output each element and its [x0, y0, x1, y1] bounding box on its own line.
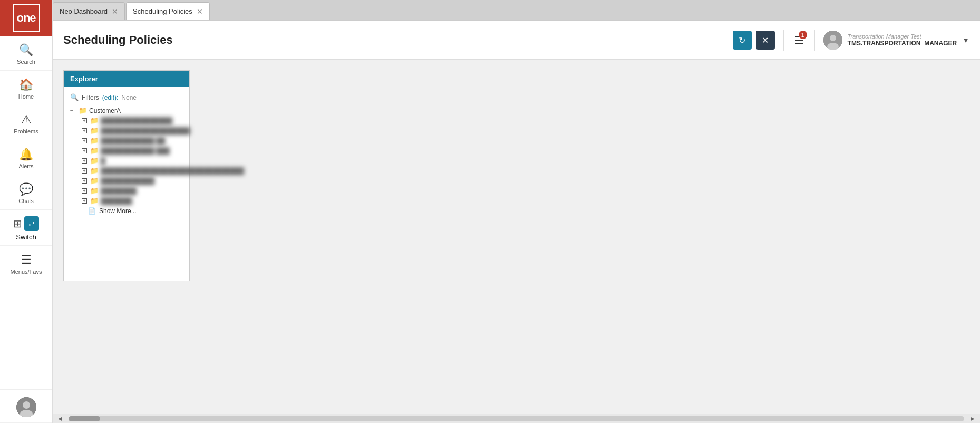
filter-row: 🔍 Filters (edit): None	[66, 91, 187, 103]
tab-close-neo-dashboard[interactable]: ✕	[112, 8, 118, 15]
sidebar-item-user-avatar-bottom[interactable]	[0, 389, 52, 423]
sidebar-item-chats[interactable]: 💬 Chats	[0, 175, 52, 210]
expand-icon-5[interactable]: +	[82, 158, 87, 164]
user-info: Transportation Manager Test TMS.TRANSPOR…	[848, 33, 957, 47]
tree-label-7: ████████████	[101, 177, 154, 185]
tab-neo-dashboard[interactable]: Neo Dashboard ✕	[53, 2, 125, 20]
content-body: Explorer 🔍 Filters (edit): None − 📁 Cust…	[53, 60, 980, 423]
user-avatar	[823, 31, 842, 50]
refresh-button[interactable]: ↻	[733, 31, 752, 50]
header-divider	[783, 30, 784, 51]
scrollbar-track[interactable]	[69, 416, 964, 421]
tree-label-5: █	[101, 157, 105, 165]
sidebar-item-label-switch: Switch	[16, 233, 36, 241]
stack-icon: ⊞	[13, 217, 22, 230]
tree-node-item-4[interactable]: + 📁 ████████████ ███	[66, 146, 187, 156]
tab-scheduling-policies[interactable]: Scheduling Policies ✕	[126, 2, 210, 20]
tree-node-item-6[interactable]: + 📁 ████████████████████████████████	[66, 166, 187, 176]
root-node-label: CustomerA	[89, 107, 121, 114]
tree-label-4: ████████████ ███	[101, 147, 170, 155]
chat-icon: 💬	[19, 182, 33, 196]
tree-node-item-5[interactable]: + 📁 █	[66, 156, 187, 166]
user-dropdown-button[interactable]: ▼	[962, 36, 969, 44]
switch-arrows-icon: ⇄	[28, 219, 35, 228]
expand-icon-7[interactable]: +	[82, 178, 87, 184]
folder-icon-7: 📁	[90, 177, 99, 185]
sidebar-item-home[interactable]: 🏠 Home	[0, 71, 52, 105]
user-avatar-icon	[16, 397, 36, 417]
home-icon: 🏠	[19, 78, 33, 92]
tree-node-item-3[interactable]: + 📁 ████████████ ██	[66, 136, 187, 146]
tree-node-item-2[interactable]: + 📁 ████████████████████	[66, 126, 187, 136]
collapse-icon[interactable]: −	[70, 108, 76, 113]
folder-icon-3: 📁	[90, 137, 99, 145]
folder-icon-9: 📁	[90, 197, 99, 205]
tree-node-item-7[interactable]: + 📁 ████████████	[66, 176, 187, 186]
tree-node-item-1[interactable]: + 📁 ████████████████	[66, 116, 187, 126]
chevron-down-icon: ▼	[962, 36, 969, 44]
sidebar-item-alerts[interactable]: 🔔 Alerts	[0, 140, 52, 175]
page-title: Scheduling Policies	[63, 33, 173, 47]
notification-badge: 1	[799, 31, 807, 39]
bell-icon: 🔔	[19, 148, 33, 161]
svg-point-4	[830, 35, 836, 41]
tab-label-neo-dashboard: Neo Dashboard	[60, 7, 108, 15]
sidebar: one 🔍 Search 🏠 Home ⚠ Problems 🔔 Alerts …	[0, 0, 53, 423]
tree-node-root[interactable]: − 📁 CustomerA	[66, 105, 187, 116]
scrollbar-thumb[interactable]	[69, 416, 100, 421]
tree-label-6: ████████████████████████████████	[101, 167, 244, 175]
filter-search-icon: 🔍	[70, 93, 79, 101]
scroll-right-arrow[interactable]: ▶	[968, 416, 977, 421]
sidebar-item-label-problems: Problems	[14, 128, 38, 134]
app-logo[interactable]: one	[0, 0, 52, 36]
scroll-left-arrow[interactable]: ◀	[56, 416, 64, 421]
sidebar-item-label-chats: Chats	[18, 198, 34, 204]
tab-bar: Neo Dashboard ✕ Scheduling Policies ✕	[53, 0, 980, 21]
horizontal-scrollbar[interactable]: ◀ ▶	[53, 414, 980, 423]
tab-close-scheduling-policies[interactable]: ✕	[197, 8, 203, 15]
svg-point-1	[23, 401, 30, 409]
show-more-link[interactable]: 📄 Show More...	[66, 206, 187, 216]
menu-button[interactable]: ☰ 1	[792, 32, 806, 49]
sidebar-item-problems[interactable]: ⚠ Problems	[0, 105, 52, 140]
logo-box: one	[13, 4, 40, 32]
expand-icon-1[interactable]: +	[82, 118, 87, 123]
tree-label-9: ███████	[101, 197, 132, 205]
sidebar-item-menus-favs[interactable]: ☰ Menus/Favs	[0, 246, 52, 280]
expand-icon-6[interactable]: +	[82, 168, 87, 174]
tree-node-item-9[interactable]: + 📁 ███████	[66, 196, 187, 206]
header-divider-2	[814, 30, 815, 51]
close-button[interactable]: ✕	[756, 31, 775, 50]
expand-icon-9[interactable]: +	[82, 198, 87, 204]
warning-icon: ⚠	[21, 113, 32, 127]
sidebar-item-label-alerts: Alerts	[18, 163, 33, 169]
filters-value: None	[121, 94, 137, 101]
hamburger-icon: ☰	[21, 253, 32, 267]
folder-icon-1: 📁	[90, 117, 99, 124]
switch-icon-box: ⇄	[24, 216, 39, 231]
explorer-panel: Explorer 🔍 Filters (edit): None − 📁 Cust…	[63, 70, 190, 281]
main-content: Neo Dashboard ✕ Scheduling Policies ✕ Sc…	[53, 0, 980, 423]
tree-label-8: ████████	[101, 187, 137, 195]
header-actions: ↻ ✕ ☰ 1 Transportation	[733, 30, 969, 51]
tree-label-2: ████████████████████	[101, 127, 190, 134]
expand-icon-8[interactable]: +	[82, 188, 87, 194]
tree-node-item-8[interactable]: + 📁 ████████	[66, 186, 187, 196]
sidebar-item-switch[interactable]: ⊞ ⇄ Switch	[0, 210, 52, 246]
sidebar-item-label-menus: Menus/Favs	[11, 268, 42, 275]
tree-label-3: ████████████ ██	[101, 137, 165, 145]
avatar-icon	[823, 31, 842, 50]
sidebar-item-label-home: Home	[18, 93, 34, 100]
filters-edit-link[interactable]: (edit):	[102, 94, 119, 101]
folder-icon-6: 📁	[90, 167, 99, 175]
expand-icon-3[interactable]: +	[82, 138, 87, 143]
folder-icon-4: 📁	[90, 147, 99, 155]
tree-label-1: ████████████████	[101, 117, 172, 124]
expand-icon-2[interactable]: +	[82, 128, 87, 133]
sidebar-item-search[interactable]: 🔍 Search	[0, 36, 52, 71]
search-icon: 🔍	[19, 43, 33, 57]
folder-icon-5: 📁	[90, 157, 99, 165]
sidebar-item-label-search: Search	[17, 59, 35, 65]
expand-icon-4[interactable]: +	[82, 148, 87, 153]
document-icon: 📄	[88, 207, 96, 215]
